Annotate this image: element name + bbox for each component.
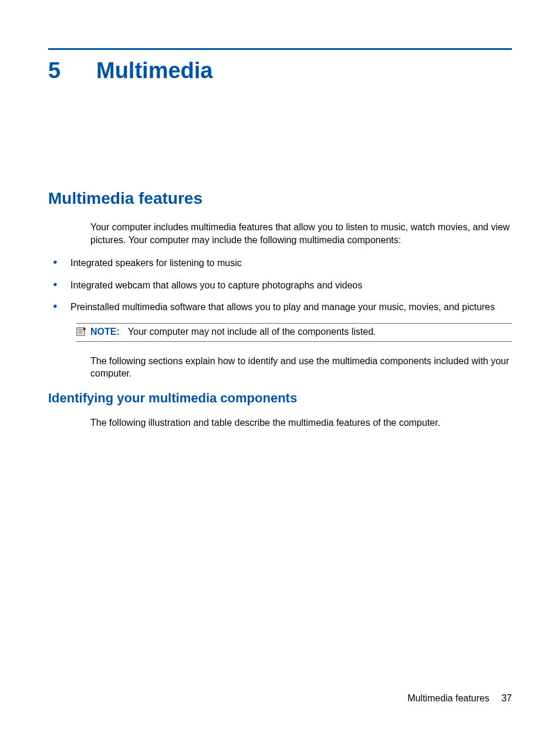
subsection-heading: Identifying your multimedia components xyxy=(48,391,512,406)
list-item: Integrated webcam that allows you to cap… xyxy=(48,279,512,292)
chapter-number: 5 xyxy=(48,58,96,83)
section-intro: Your computer includes multimedia featur… xyxy=(90,221,512,246)
note-text: Your computer may not include all of the… xyxy=(128,327,376,337)
document-page: 5 Multimedia Multimedia features Your co… xyxy=(0,0,560,746)
subsection-text: The following illustration and table des… xyxy=(90,416,512,429)
note-block: NOTE: Your computer may not include all … xyxy=(76,323,512,342)
section-heading: Multimedia features xyxy=(48,189,512,208)
chapter-top-rule xyxy=(48,48,512,50)
chapter-heading: 5 Multimedia xyxy=(48,58,512,83)
note-label: NOTE: xyxy=(90,327,120,337)
footer-section-name: Multimedia features xyxy=(407,693,490,703)
chapter-title: Multimedia xyxy=(96,58,212,83)
list-item: Integrated speakers for listening to mus… xyxy=(48,257,512,270)
feature-bullet-list: Integrated speakers for listening to mus… xyxy=(48,257,512,314)
note-icon xyxy=(76,327,89,338)
section-following: The following sections explain how to id… xyxy=(90,355,512,380)
list-item: Preinstalled multimedia software that al… xyxy=(48,301,512,314)
page-footer: Multimedia features 37 xyxy=(407,693,512,704)
footer-page-number: 37 xyxy=(501,693,512,703)
